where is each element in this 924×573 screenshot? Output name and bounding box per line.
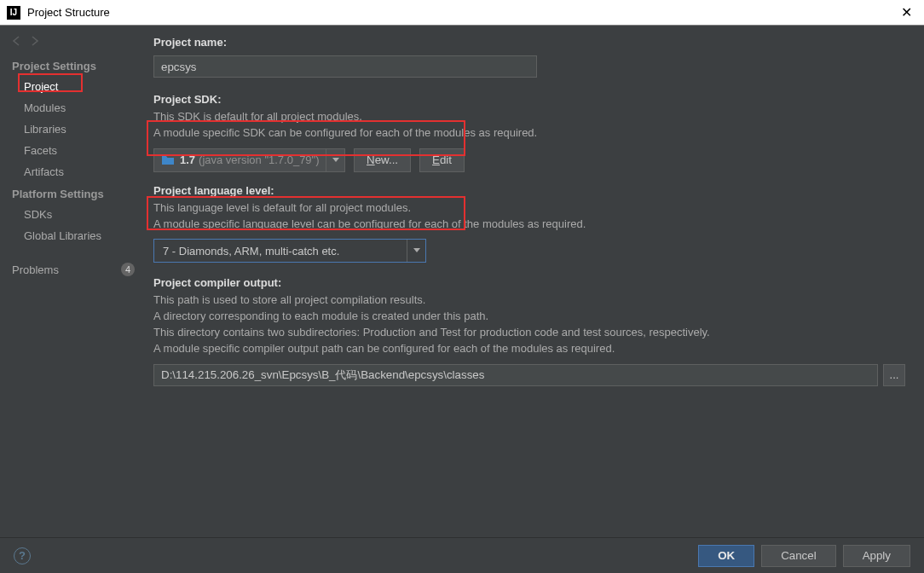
problems-count-badge: 4 [121, 263, 135, 276]
sidebar-item-global-libraries[interactable]: Global Libraries [0, 225, 147, 246]
language-level-label: Project language level: [153, 184, 905, 197]
project-name-input[interactable] [153, 55, 537, 78]
sidebar-item-problems[interactable]: Problems 4 [0, 258, 147, 281]
sidebar-item-artifacts[interactable]: Artifacts [0, 161, 147, 182]
sidebar-item-label: Artifacts [24, 165, 64, 178]
compiler-desc-2: A directory corresponding to each module… [153, 309, 905, 325]
chevron-down-icon [332, 158, 339, 163]
ok-button[interactable]: OK [698, 545, 754, 567]
compiler-output-label: Project compiler output: [153, 276, 905, 289]
help-icon[interactable]: ? [14, 547, 31, 564]
cancel-button[interactable]: Cancel [761, 545, 836, 567]
highlight-project [18, 73, 83, 92]
sidebar-item-sdks[interactable]: SDKs [0, 204, 147, 225]
sidebar-section-platform-settings: Platform Settings [0, 182, 147, 204]
apply-button[interactable]: Apply [843, 545, 910, 567]
project-sdk-label: Project SDK: [153, 93, 905, 106]
highlight-language-level [147, 196, 465, 230]
sidebar-item-label: Libraries [24, 123, 66, 136]
sidebar-item-label: SDKs [24, 208, 52, 221]
footer: ? OK Cancel Apply [0, 537, 924, 573]
folder-icon [161, 154, 175, 165]
app-icon: IJ [7, 6, 20, 20]
titlebar: IJ Project Structure ✕ [0, 0, 924, 26]
sidebar-item-label: Global Libraries [24, 229, 101, 242]
project-name-label: Project name: [153, 36, 905, 49]
sidebar-item-modules[interactable]: Modules [0, 97, 147, 119]
compiler-desc-3: This directory contains two subdirectori… [153, 325, 905, 341]
sidebar-item-libraries[interactable]: Libraries [0, 119, 147, 140]
compiler-desc-1: This path is used to store all project c… [153, 292, 905, 309]
browse-button[interactable]: ... [883, 364, 905, 386]
window-title: Project Structure [27, 6, 896, 19]
content: Project name: Project SDK: This SDK is d… [147, 26, 924, 537]
sidebar: Project Settings Project Modules Librari… [0, 26, 147, 537]
sidebar-item-label: Problems [12, 263, 59, 276]
language-level-value: 7 - Diamonds, ARM, multi-catch etc. [154, 245, 407, 258]
compiler-output-input[interactable] [153, 364, 878, 386]
close-icon[interactable]: ✕ [896, 4, 917, 20]
chevron-down-icon [413, 248, 420, 253]
compiler-desc-4: A module specific compiler output path c… [153, 341, 905, 357]
sidebar-item-label: Modules [24, 101, 66, 114]
nav-back-icon[interactable] [12, 36, 24, 46]
highlight-sdk [147, 120, 465, 156]
language-level-dropdown[interactable]: 7 - Diamonds, ARM, multi-catch etc. [153, 239, 426, 263]
sidebar-item-label: Facets [24, 144, 57, 157]
sidebar-item-facets[interactable]: Facets [0, 140, 147, 161]
nav-forward-icon[interactable] [29, 36, 41, 46]
